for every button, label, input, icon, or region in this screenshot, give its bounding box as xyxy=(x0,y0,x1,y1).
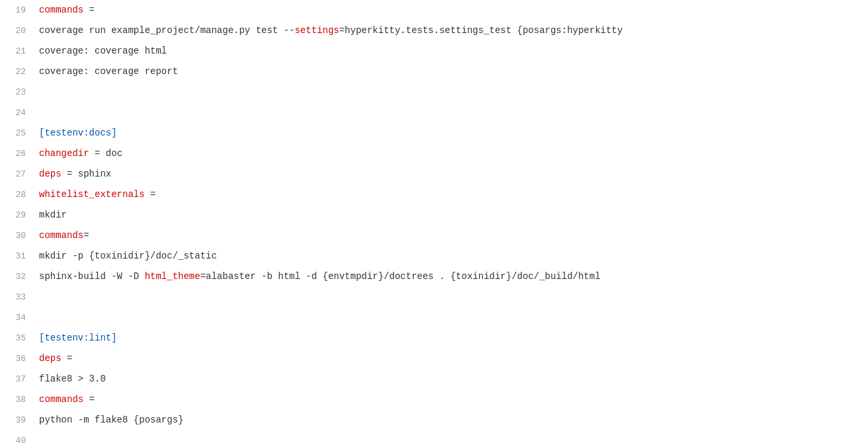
code-token: =alabaster -b html -d {envtmpdir}/doctre… xyxy=(200,271,601,282)
code-token: [testenv:lint] xyxy=(39,333,117,343)
line-number: 34 xyxy=(0,308,36,328)
code-line: 30commands= xyxy=(0,225,868,246)
code-token: commands xyxy=(39,230,83,241)
code-line: 37 flake8 > 3.0 xyxy=(0,369,868,389)
line-number: 23 xyxy=(0,83,36,102)
line-content xyxy=(36,82,868,102)
code-line: 19commands = xyxy=(0,0,868,20)
line-content: sphinx-build -W -D html_theme=alabaster … xyxy=(36,266,868,286)
code-token: = xyxy=(83,394,95,405)
line-number: 36 xyxy=(0,349,36,369)
line-number: 26 xyxy=(0,144,36,164)
code-line: 25[testenv:docs] xyxy=(0,123,868,143)
line-number: 32 xyxy=(0,267,36,287)
code-token: html_theme xyxy=(145,271,200,282)
line-content: coverage run example_project/manage.py t… xyxy=(36,20,868,40)
code-token: =hyperkitty.tests.settings_test {posargs… xyxy=(339,25,623,36)
code-line: 29 mkdir xyxy=(0,205,868,225)
code-editor: 19commands =20 coverage run example_proj… xyxy=(0,0,868,443)
code-line: 34 xyxy=(0,307,868,328)
line-number: 21 xyxy=(0,42,36,61)
line-content xyxy=(36,102,868,122)
line-number: 25 xyxy=(0,124,36,143)
code-line: 38commands = xyxy=(0,389,868,410)
code-token: whitelist_externals xyxy=(39,189,145,200)
code-line: 22 coverage: coverage report xyxy=(0,61,868,82)
code-token: = xyxy=(83,5,95,15)
code-token: deps xyxy=(39,169,62,179)
code-line: 35[testenv:lint] xyxy=(0,328,868,348)
code-token: changedir xyxy=(39,148,89,159)
line-content: commands = xyxy=(36,389,868,409)
code-line: 36deps = xyxy=(0,348,868,369)
code-token: mkdir xyxy=(39,210,67,220)
line-number: 19 xyxy=(0,1,36,20)
line-number: 33 xyxy=(0,288,36,307)
line-content: coverage: coverage report xyxy=(36,61,868,81)
code-line: 20 coverage run example_project/manage.p… xyxy=(0,20,868,41)
line-content: mkdir xyxy=(36,205,868,225)
code-line: 32 sphinx-build -W -D html_theme=alabast… xyxy=(0,266,868,287)
code-token: commands xyxy=(39,394,83,405)
code-line: 23 xyxy=(0,82,868,102)
code-token: mkdir -p {toxinidir}/doc/_static xyxy=(39,251,217,261)
line-number: 29 xyxy=(0,206,36,225)
line-number: 31 xyxy=(0,247,36,266)
code-token: = doc xyxy=(89,148,122,159)
code-token: flake8 > 3.0 xyxy=(39,374,106,384)
line-content xyxy=(36,430,868,443)
line-number: 40 xyxy=(0,431,36,443)
code-line: 28whitelist_externals = xyxy=(0,184,868,205)
code-line: 40 xyxy=(0,430,868,443)
line-number: 30 xyxy=(0,226,36,246)
line-content xyxy=(36,307,868,327)
code-line: 33 xyxy=(0,287,868,307)
line-content: coverage: coverage html xyxy=(36,41,868,61)
code-token: = xyxy=(83,230,89,241)
line-number: 27 xyxy=(0,165,36,184)
line-content: flake8 > 3.0 xyxy=(36,369,868,389)
line-content: changedir = doc xyxy=(36,143,868,163)
code-token: coverage run example_project/manage.py t… xyxy=(39,25,294,36)
code-token: = xyxy=(145,189,156,200)
code-token: = sphinx xyxy=(62,169,112,179)
code-line: 31 mkdir -p {toxinidir}/doc/_static xyxy=(0,246,868,266)
code-line: 26changedir = doc xyxy=(0,143,868,164)
line-number: 38 xyxy=(0,390,36,410)
line-number: 39 xyxy=(0,411,36,430)
line-number: 20 xyxy=(0,21,36,41)
line-number: 28 xyxy=(0,185,36,205)
line-content: commands= xyxy=(36,225,868,245)
line-content: mkdir -p {toxinidir}/doc/_static xyxy=(36,246,868,266)
line-number: 35 xyxy=(0,329,36,348)
code-token: settings xyxy=(294,25,339,36)
code-line: 39 python -m flake8 {posargs} xyxy=(0,410,868,430)
line-content: commands = xyxy=(36,0,868,20)
code-token: commands xyxy=(39,5,83,15)
line-number: 37 xyxy=(0,370,36,389)
code-line: 21 coverage: coverage html xyxy=(0,41,868,61)
code-token: [testenv:docs] xyxy=(39,128,117,138)
line-content xyxy=(36,287,868,307)
code-line: 27deps = sphinx xyxy=(0,164,868,184)
code-token: python -m flake8 {posargs} xyxy=(39,415,183,425)
code-token: = xyxy=(62,353,73,364)
line-content: deps = xyxy=(36,348,868,368)
code-token: coverage: coverage html xyxy=(39,46,167,56)
line-number: 24 xyxy=(0,103,36,123)
line-content: deps = sphinx xyxy=(36,164,868,184)
code-token: sphinx-build -W -D xyxy=(39,271,145,282)
line-number: 22 xyxy=(0,62,36,82)
line-content: python -m flake8 {posargs} xyxy=(36,410,868,430)
line-content: [testenv:docs] xyxy=(36,123,868,143)
code-token: deps xyxy=(39,353,62,364)
code-token: coverage: coverage report xyxy=(39,66,178,77)
line-content: whitelist_externals = xyxy=(36,184,868,204)
line-content: [testenv:lint] xyxy=(36,328,868,348)
code-line: 24 xyxy=(0,102,868,123)
